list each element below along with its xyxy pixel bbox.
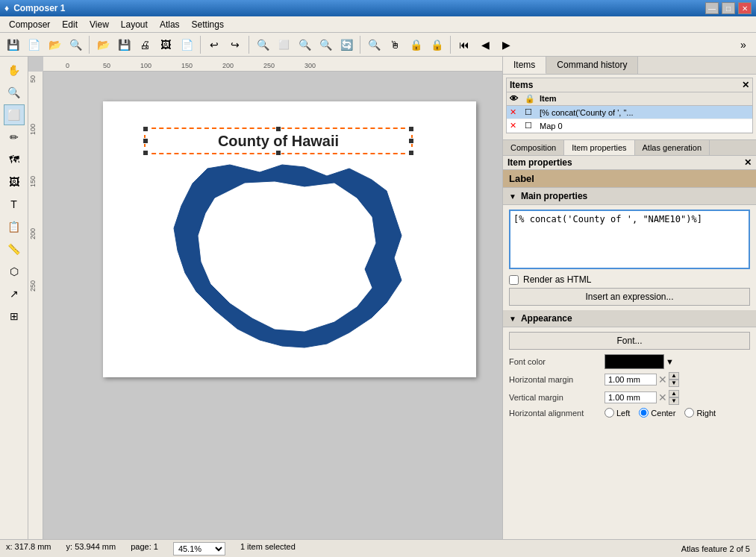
open-button[interactable]: 📂 xyxy=(45,35,64,54)
menu-atlas[interactable]: Atlas xyxy=(154,18,186,31)
tab-composition[interactable]: Composition xyxy=(503,140,564,155)
lock-button[interactable]: 🔒 xyxy=(406,35,425,54)
redo-button[interactable]: ↪ xyxy=(225,35,245,54)
align-center-option[interactable]: Center xyxy=(639,408,675,418)
font-button[interactable]: Font... xyxy=(509,332,750,350)
vertical-margin-value: ✕ ▲ ▼ xyxy=(605,390,750,405)
minimize-button[interactable]: — xyxy=(705,2,719,14)
zoom-full-button[interactable]: 🔍 xyxy=(253,35,272,54)
status-x: x: 317.8 mm xyxy=(6,542,51,556)
items-col-lock: 🔒 xyxy=(525,94,540,104)
ruler-top: 0 50 100 150 200 250 300 xyxy=(43,57,502,72)
left-toolbar: ✋ 🔍 ⬜ ✏ 🗺 🖼 T 📋 📏 ⬡ ↗ ⊞ xyxy=(0,57,28,539)
color-dropdown-icon[interactable]: ▼ xyxy=(666,357,674,366)
zoom-out-button[interactable]: 🔍 xyxy=(316,35,335,54)
canvas-content[interactable]: County of Hawaii xyxy=(43,72,502,539)
menubar: Composer Edit View Layout Atlas Settings xyxy=(0,16,756,33)
add-arrow-tool[interactable]: ↗ xyxy=(4,283,25,304)
menu-view[interactable]: View xyxy=(84,18,115,31)
pan-tool[interactable]: ✋ xyxy=(4,60,25,81)
item-visibility-icon[interactable]: ✕ xyxy=(510,107,525,117)
page-white: County of Hawaii xyxy=(103,101,476,377)
insert-expression-button[interactable]: Insert an expression... xyxy=(509,288,750,306)
item-visibility-icon[interactable]: ✕ xyxy=(510,121,525,130)
vertical-margin-up[interactable]: ▲ xyxy=(669,390,679,397)
list-item[interactable]: ✕ ☐ Map 0 xyxy=(507,119,752,133)
items-col-eye: 👁 xyxy=(510,94,525,104)
print-button[interactable]: 🖨 xyxy=(135,35,154,54)
pan-button[interactable]: 🔍 xyxy=(364,35,384,54)
main-props-arrow: ▼ xyxy=(509,192,516,201)
zoom-tool[interactable]: 🔍 xyxy=(4,82,25,103)
items-list: ✕ ☐ [% concat('County of ', "... ✕ ☐ Map… xyxy=(506,106,753,133)
add-image-tool[interactable]: 🖼 xyxy=(4,171,25,192)
horizontal-margin-down[interactable]: ▼ xyxy=(669,380,679,387)
zoom-page-button[interactable]: ⬜ xyxy=(274,35,293,54)
item-props-close-icon[interactable]: ✕ xyxy=(744,157,752,168)
menu-layout[interactable]: Layout xyxy=(115,18,154,31)
menu-settings[interactable]: Settings xyxy=(186,18,230,31)
add-label-tool[interactable]: T xyxy=(4,194,25,215)
tab-command-history[interactable]: Command history xyxy=(546,57,638,74)
edit-tool[interactable]: ✏ xyxy=(4,127,25,148)
menu-composer[interactable]: Composer xyxy=(3,18,56,31)
add-scalebar-tool[interactable]: 📏 xyxy=(4,239,25,259)
horizontal-margin-input[interactable] xyxy=(605,374,657,386)
label-selection[interactable]: County of Hawaii xyxy=(144,128,413,154)
item-lock-icon[interactable]: ☐ xyxy=(525,107,540,117)
save-file-button[interactable]: 💾 xyxy=(114,35,134,54)
render-as-html-checkbox[interactable] xyxy=(509,275,519,285)
close-button[interactable]: ✕ xyxy=(738,2,752,14)
zoom-in-button[interactable]: 🔍 xyxy=(295,35,314,54)
item-lock-icon[interactable]: ☐ xyxy=(525,121,540,130)
print-preview-button[interactable]: 🔍 xyxy=(66,35,85,54)
align-center-radio[interactable] xyxy=(639,408,649,418)
atlas-first-button[interactable]: ⏮ xyxy=(454,35,474,54)
open-file-button[interactable]: 📂 xyxy=(93,35,113,54)
tab-item-properties[interactable]: Item properties xyxy=(564,140,634,155)
add-legend-tool[interactable]: 📋 xyxy=(4,216,25,237)
vertical-margin-input[interactable] xyxy=(605,391,657,403)
appearance-section-header[interactable]: ▼ Appearance xyxy=(503,310,756,327)
align-right-radio[interactable] xyxy=(684,408,694,418)
font-color-swatch[interactable] xyxy=(605,354,664,369)
tab-atlas-generation[interactable]: Atlas generation xyxy=(635,140,710,155)
expression-textarea[interactable]: [% concat('County of ', "NAME10")%] xyxy=(509,210,750,269)
select-button[interactable]: 🖱 xyxy=(385,35,404,54)
more-tools-button[interactable]: » xyxy=(734,35,753,54)
unlock-button[interactable]: 🔒 xyxy=(427,35,446,54)
vertical-margin-row: Vertical margin ✕ ▲ ▼ xyxy=(509,390,750,405)
refresh-button[interactable]: 🔄 xyxy=(337,35,356,54)
item-name-2: Map 0 xyxy=(540,122,749,130)
list-item[interactable]: ✕ ☐ [% concat('County of ', "... xyxy=(507,106,752,119)
menu-edit[interactable]: Edit xyxy=(56,18,84,31)
main-properties-section[interactable]: ▼ Main properties xyxy=(503,188,756,205)
tab-items[interactable]: Items xyxy=(503,57,546,74)
maximize-button[interactable]: □ xyxy=(722,2,735,14)
select-tool[interactable]: ⬜ xyxy=(4,104,25,125)
new-button[interactable]: 📄 xyxy=(24,35,43,54)
align-left-radio[interactable] xyxy=(605,408,614,418)
items-col-item: Item xyxy=(540,94,749,104)
items-close-icon[interactable]: ✕ xyxy=(742,80,749,90)
horizontal-margin-up[interactable]: ▲ xyxy=(669,372,679,380)
appearance-title: Appearance xyxy=(521,313,572,324)
export-image-button[interactable]: 🖼 xyxy=(156,35,175,54)
main-layout: ✋ 🔍 ⬜ ✏ 🗺 🖼 T 📋 📏 ⬡ ↗ ⊞ 0 50 100 150 200… xyxy=(0,57,756,539)
undo-button[interactable]: ↩ xyxy=(204,35,224,54)
align-left-option[interactable]: Left xyxy=(605,408,630,418)
horizontal-alignment-label: Horizontal alignment xyxy=(509,409,599,418)
vertical-margin-clear[interactable]: ✕ xyxy=(658,391,667,403)
add-table-tool[interactable]: ⊞ xyxy=(4,306,25,327)
save-button[interactable]: 💾 xyxy=(3,35,22,54)
export-pdf-button[interactable]: 📄 xyxy=(177,35,196,54)
vertical-margin-down[interactable]: ▼ xyxy=(669,397,679,405)
add-shape-tool[interactable]: ⬡ xyxy=(4,261,25,282)
horizontal-margin-clear[interactable]: ✕ xyxy=(658,374,667,386)
add-map-tool[interactable]: 🗺 xyxy=(4,149,25,170)
canvas-area[interactable]: 0 50 100 150 200 250 300 50 100 150 200 … xyxy=(28,57,502,539)
align-right-option[interactable]: Right xyxy=(684,408,716,418)
atlas-next-button[interactable]: ▶ xyxy=(496,35,516,54)
atlas-prev-button[interactable]: ◀ xyxy=(475,35,495,54)
zoom-select[interactable]: 45.1% 25% 50% 75% 100% xyxy=(173,542,225,556)
